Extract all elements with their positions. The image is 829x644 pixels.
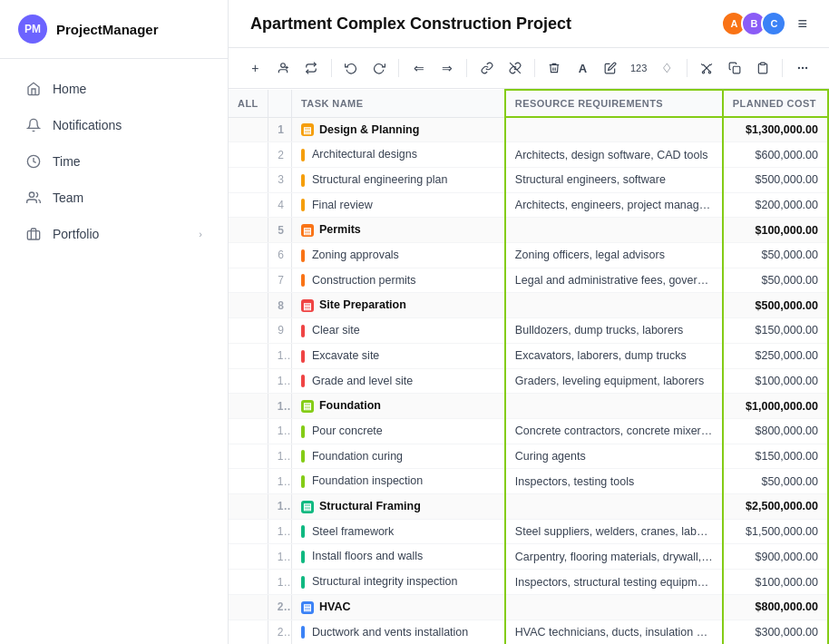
cell-task[interactable]: Structural engineering plan — [291, 167, 504, 192]
table-row[interactable]: 13Pour concreteConcrete contractors, con… — [229, 418, 828, 444]
indent-right-button[interactable]: ⇒ — [434, 55, 459, 81]
cell-task[interactable]: Pour concrete — [291, 418, 504, 444]
table-row[interactable]: 14Foundation curingCuring agents$150,000… — [229, 444, 828, 469]
task-label: Grade and level site — [312, 375, 413, 387]
table-row[interactable]: 10Excavate siteExcavators, laborers, dum… — [229, 343, 828, 368]
table-row[interactable]: 4Final reviewArchitects, engineers, proj… — [229, 192, 828, 218]
cell-task[interactable]: Zoning approvals — [291, 243, 504, 268]
cell-task[interactable]: Ductwork and vents installation — [291, 620, 504, 644]
cell-resource — [505, 218, 723, 243]
link-button[interactable] — [474, 55, 499, 81]
cell-num: 8 — [268, 293, 291, 318]
cell-task[interactable]: ▤HVAC — [291, 594, 504, 620]
avatar-group: A B C — [721, 11, 786, 36]
col-header-resource[interactable]: RESOURCE REQUIREMENTS — [505, 90, 723, 117]
cell-num: 21 — [268, 620, 291, 644]
swap-button[interactable] — [299, 55, 324, 81]
table-row[interactable]: 9Clear siteBulldozers, dump trucks, labo… — [229, 318, 828, 344]
cell-task[interactable]: Grade and level site — [291, 368, 504, 394]
number-button[interactable]: 123 — [627, 55, 651, 81]
text-button[interactable]: A — [571, 55, 595, 81]
cell-task[interactable]: Foundation curing — [291, 444, 504, 469]
unlink-button[interactable] — [502, 55, 527, 81]
cell-task[interactable]: ▤Design & Planning — [291, 117, 504, 142]
table-row[interactable]: 12▤Foundation$1,000,000.00 — [229, 394, 828, 419]
cell-cost: $600,000.00 — [723, 142, 828, 168]
cell-task[interactable]: Final review — [291, 192, 504, 218]
cut-button[interactable] — [694, 55, 718, 81]
cell-cost: $1,500,000.00 — [723, 519, 828, 544]
users-icon — [25, 190, 42, 206]
table-row[interactable]: 16▤Structural Framing$2,500,000.00 — [229, 494, 828, 520]
cell-num: 20 — [268, 594, 291, 620]
sidebar-item-home[interactable]: Home — [7, 72, 220, 106]
cell-task[interactable]: Structural integrity inspection — [291, 570, 504, 595]
cell-all — [229, 469, 268, 494]
sidebar-item-team[interactable]: Team — [7, 181, 220, 215]
cell-task[interactable]: ▤Permits — [291, 218, 504, 243]
cell-task[interactable]: Architectural designs — [291, 142, 504, 168]
task-label: Construction permits — [312, 274, 416, 287]
task-label: Structural engineering plan — [312, 173, 447, 186]
redo-button[interactable] — [367, 55, 392, 81]
sidebar-item-time[interactable]: Time — [7, 144, 220, 179]
cell-task[interactable]: ▤Foundation — [291, 394, 504, 419]
color-bar — [301, 249, 305, 262]
group-icon: ▤ — [301, 123, 314, 136]
group-icon: ▤ — [301, 400, 314, 413]
menu-icon[interactable]: ≡ — [797, 15, 807, 34]
cell-cost: $500,000.00 — [723, 293, 828, 318]
table-row[interactable]: 5▤Permits$100,000.00 — [229, 218, 828, 243]
cell-num: 3 — [268, 167, 291, 192]
cell-task[interactable]: Foundation inspection — [291, 469, 504, 494]
col-header-task[interactable]: TASK NAME — [291, 90, 504, 117]
edit-button[interactable] — [599, 55, 623, 81]
color-bar — [301, 450, 305, 463]
col-header-all[interactable]: ALL — [229, 90, 268, 117]
shape-button[interactable]: ♢ — [655, 55, 679, 81]
sidebar-item-notifications[interactable]: Notifications — [7, 108, 220, 142]
copy-button[interactable] — [722, 55, 746, 81]
logo: PM — [18, 15, 47, 44]
cell-task[interactable]: Clear site — [291, 318, 504, 344]
indent-left-button[interactable]: ⇐ — [406, 55, 431, 81]
user-button[interactable] — [271, 55, 296, 81]
cell-all — [229, 444, 268, 469]
cell-all — [229, 268, 268, 293]
sidebar-item-portfolio[interactable]: Portfolio › — [7, 217, 220, 251]
cell-task[interactable]: Install floors and walls — [291, 544, 504, 570]
table-row[interactable]: 8▤Site Preparation$500,000.00 — [229, 293, 828, 318]
col-header-cost[interactable]: PLANNED COST — [723, 90, 828, 117]
cell-task[interactable]: ▤Structural Framing — [291, 494, 504, 520]
table-row[interactable]: 19Structural integrity inspectionInspect… — [229, 570, 828, 595]
table-row[interactable]: 3Structural engineering planStructural e… — [229, 167, 828, 192]
table-row[interactable]: 17Steel frameworkSteel suppliers, welder… — [229, 519, 828, 544]
cell-resource: Concrete contractors, concrete mixers, l… — [505, 418, 723, 444]
cell-task[interactable]: Steel framework — [291, 519, 504, 544]
table-row[interactable]: 2Architectural designsArchitects, design… — [229, 142, 828, 168]
undo-button[interactable] — [339, 55, 364, 81]
cell-all — [229, 418, 268, 444]
table-row[interactable]: 11Grade and level siteGraders, leveling … — [229, 368, 828, 394]
cell-task[interactable]: Excavate site — [291, 343, 504, 368]
cell-cost: $50,000.00 — [723, 469, 828, 494]
table-row[interactable]: 7Construction permitsLegal and administr… — [229, 268, 828, 293]
cell-task[interactable]: Construction permits — [291, 268, 504, 293]
sidebar-label-home: Home — [53, 82, 86, 96]
table-row[interactable]: 20▤HVAC$800,000.00 — [229, 594, 828, 620]
table-row[interactable]: 1▤Design & Planning$1,300,000.00 — [229, 117, 828, 142]
cell-all — [229, 594, 268, 620]
task-label: Pour concrete — [312, 424, 383, 437]
table-row[interactable]: 6Zoning approvalsZoning officers, legal … — [229, 243, 828, 268]
delete-button[interactable] — [542, 55, 567, 81]
task-label: Ductwork and vents installation — [312, 626, 468, 639]
table-row[interactable]: 15Foundation inspectionInspectors, testi… — [229, 469, 828, 494]
sidebar-header: PM ProjectManager — [0, 0, 228, 59]
paste-button[interactable] — [750, 55, 775, 81]
extra-button[interactable] — [790, 55, 814, 81]
cell-resource — [505, 293, 723, 318]
table-row[interactable]: 18Install floors and wallsCarpentry, flo… — [229, 544, 828, 570]
table-row[interactable]: 21Ductwork and vents installationHVAC te… — [229, 620, 828, 644]
add-button[interactable]: + — [243, 55, 268, 81]
cell-task[interactable]: ▤Site Preparation — [291, 293, 504, 318]
